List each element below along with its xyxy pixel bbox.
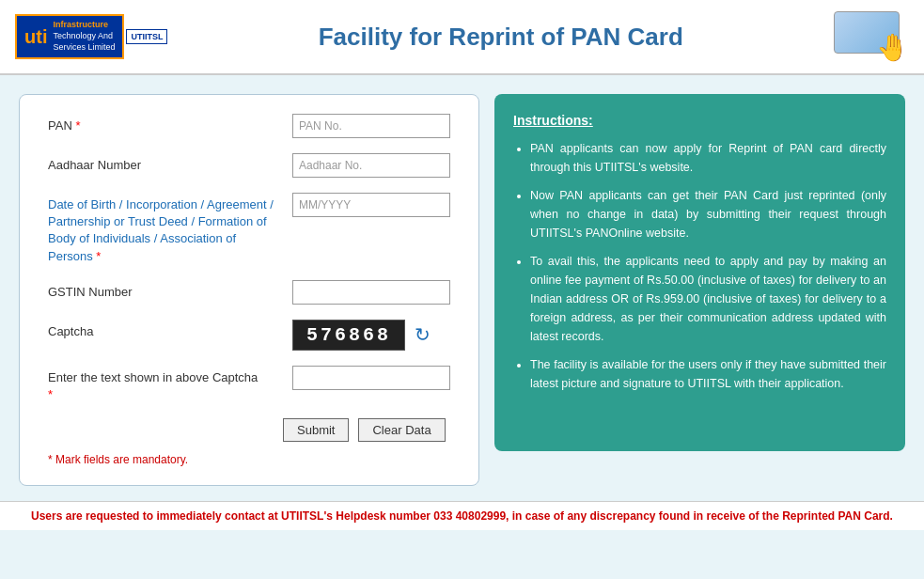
- dob-input[interactable]: [292, 193, 450, 217]
- main-content: PAN * Aadhaar Number Date of Birth / Inc…: [0, 75, 924, 486]
- footer-notice: Users are requested to immediately conta…: [0, 501, 924, 530]
- pan-row: PAN *: [48, 114, 450, 138]
- pan-label: PAN *: [48, 114, 283, 134]
- logo-area: uti Infrastructure Technology And Servic…: [15, 14, 167, 58]
- captcha-input-row: Enter the text shown in above Captcha *: [48, 366, 450, 403]
- captcha-input[interactable]: [292, 366, 450, 390]
- aadhaar-input[interactable]: [292, 153, 450, 178]
- list-item: Now PAN applicants can get their PAN Car…: [530, 186, 886, 243]
- hand-icon: 🤚: [876, 32, 909, 63]
- logo-right: Infrastructure Technology And Services L…: [53, 20, 115, 53]
- pan-card-illustration: 🤚: [834, 11, 909, 63]
- aadhaar-label: Aadhaar Number: [48, 153, 283, 174]
- dob-row: Date of Birth / Incorporation / Agreemen…: [48, 193, 450, 265]
- clear-button[interactable]: Clear Data: [358, 418, 445, 442]
- mandatory-note: * Mark fields are mandatory.: [48, 453, 450, 466]
- header: uti Infrastructure Technology And Servic…: [0, 0, 924, 75]
- instructions-heading: Instructions:: [513, 113, 886, 128]
- list-item: PAN applicants can now apply for Reprint…: [530, 139, 886, 177]
- instructions-panel: Instructions: PAN applicants can now app…: [494, 94, 905, 451]
- captcha-input-label: Enter the text shown in above Captcha *: [48, 366, 283, 403]
- instructions-list: PAN applicants can now apply for Reprint…: [513, 139, 886, 393]
- captcha-image: 576868: [292, 320, 405, 351]
- submit-button[interactable]: Submit: [283, 418, 349, 442]
- logo-box: uti Infrastructure Technology And Servic…: [15, 14, 124, 58]
- logo-uti-text: uti: [24, 27, 47, 46]
- page-title: Facility for Reprint of PAN Card: [167, 23, 834, 52]
- gstin-input[interactable]: [292, 280, 450, 305]
- logo-tagline: UTIITSL: [126, 29, 167, 44]
- gstin-label: GSTIN Number: [48, 280, 283, 301]
- pan-input[interactable]: [292, 114, 450, 138]
- list-item: The facility is available for the users …: [530, 355, 886, 393]
- aadhaar-row: Aadhaar Number: [48, 153, 450, 178]
- captcha-label: Captcha: [48, 320, 283, 340]
- dob-label: Date of Birth / Incorporation / Agreemen…: [48, 193, 283, 265]
- captcha-row: Captcha 576868 ↻: [48, 320, 450, 351]
- form-container: PAN * Aadhaar Number Date of Birth / Inc…: [19, 94, 479, 486]
- captcha-display: 576868 ↻: [292, 320, 431, 351]
- gstin-row: GSTIN Number: [48, 280, 450, 305]
- button-row: Submit Clear Data: [48, 418, 450, 442]
- list-item: To avail this, the applicants need to ap…: [530, 252, 886, 346]
- refresh-captcha-icon[interactable]: ↻: [415, 323, 431, 346]
